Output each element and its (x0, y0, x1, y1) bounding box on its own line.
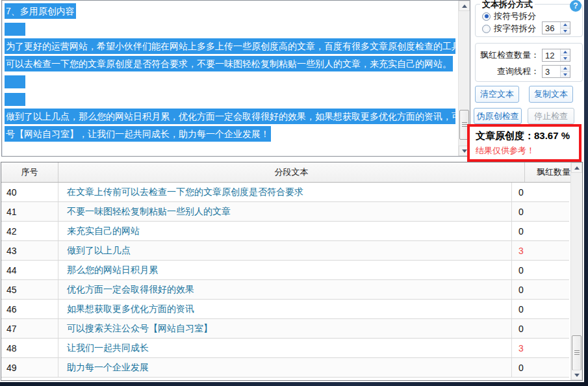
selected-empty-line (5, 23, 25, 36)
desktop-edge-bottom (0, 382, 588, 386)
red-count-value: 0 (512, 261, 569, 279)
red-check-count-value[interactable]: 12 (543, 49, 560, 61)
selected-text-line: 做到了以上几点，那么您的网站日积月累，优化方面一定会取得很好的效果，如果想获取更… (5, 109, 455, 124)
scroll-up-arrow-icon[interactable] (459, 1, 470, 11)
red-check-count-row: 飘红检查数量： 12 (479, 49, 580, 62)
segment-text-link[interactable]: 那么您的网站日积月累 (58, 261, 512, 279)
red-count-value: 0 (512, 358, 569, 377)
selected-empty-line (5, 93, 25, 106)
segment-text-link[interactable]: 做到了以上几点 (58, 241, 512, 260)
spinner-down-icon[interactable] (561, 72, 570, 78)
query-thread-spinner[interactable]: 3 (542, 65, 570, 78)
table-row: 45优化方面一定会取得很好的效果0 (1, 280, 569, 300)
selected-text-line: 7、多用原创内容 (5, 3, 76, 19)
selected-empty-line (5, 75, 25, 88)
selected-text-line: 为了更好的运营网站，希望小伙伴们能在网站上多多上传一些原创度高的文章，百度有很多… (5, 38, 455, 54)
spinner-down-icon[interactable] (561, 29, 570, 34)
header-serial: 序号 (1, 162, 58, 182)
row-serial: 44 (1, 261, 58, 279)
header-segment: 分段文本 (58, 162, 525, 182)
scroll-down-arrow-icon[interactable] (571, 370, 582, 380)
table-row: 41不要一味图轻松复制粘贴一些别人的文章0 (1, 202, 569, 222)
query-thread-label: 查询线程： (479, 66, 539, 77)
table-row: 44那么您的网站日积月累0 (1, 261, 569, 280)
row-serial: 40 (1, 183, 58, 201)
article-text-editor[interactable]: 7、多用原创内容为了更好的运营网站，希望小伙伴们能在网站上多多上传一些原创度高的… (1, 0, 470, 157)
red-count-value: 0 (512, 319, 569, 338)
red-count-value: 0 (512, 222, 569, 240)
editor-selected-text: 7、多用原创内容为了更好的运营网站，希望小伙伴们能在网站上多多上传一些原创度高的… (5, 3, 455, 143)
spinner-buttons[interactable] (560, 22, 570, 34)
split-method-group: 文本拆分方式 按符号拆分 按字符拆分 36 (475, 4, 583, 37)
row-serial: 41 (1, 202, 58, 221)
segment-text-link[interactable]: 不要一味图轻松复制粘贴一些别人的文章 (58, 202, 512, 221)
stop-check-button: 停止检查 (528, 108, 574, 124)
radio-split-by-symbol[interactable]: 按符号拆分 (482, 10, 536, 22)
spinner-buttons[interactable] (560, 49, 570, 61)
spinner-up-icon[interactable] (561, 22, 570, 29)
table-row: 49助力每一个企业发展0 (1, 358, 569, 378)
radio-split-by-char[interactable]: 按字符拆分 (482, 23, 536, 34)
spinner-up-icon[interactable] (561, 49, 570, 56)
table-row: 43做到了以上几点3 (1, 241, 569, 261)
row-serial: 43 (1, 241, 58, 260)
segment-text-link[interactable]: 如果想获取更多优化方面的资讯 (58, 300, 512, 318)
segment-text-link[interactable]: 可以搜索关注公众号【网站自习室】 (58, 319, 512, 338)
table-vertical-scrollbar[interactable] (570, 162, 582, 380)
red-count-value: 3 (512, 241, 569, 260)
red-count-value: 0 (512, 183, 569, 201)
radio-split-by-char-label: 按字符拆分 (494, 23, 536, 34)
table-row: 47可以搜索关注公众号【网站自习室】0 (1, 319, 569, 339)
table-row: 40在文章上传前可以去检查一下您的文章原创度是否符合要求0 (1, 183, 569, 202)
help-icon[interactable]: ? (570, 0, 582, 12)
desktop-edge-right (584, 0, 588, 386)
check-settings-group: 飘红检查数量： 12 查询线程： 3 (475, 43, 583, 82)
char-count-value[interactable]: 36 (543, 22, 560, 34)
result-disclaimer: 结果仅供参考！ (476, 145, 579, 157)
copy-text-button[interactable]: 复制文本 (529, 86, 573, 103)
spinner-up-icon[interactable] (561, 66, 570, 72)
app-window: 7、多用原创内容为了更好的运营网站，希望小伙伴们能在网站上多多上传一些原创度高的… (0, 0, 588, 386)
selected-text-line: 可以去检查一下您的文章原创度是否符合要求，不要一味图轻松复制粘贴一些别人的文章，… (5, 56, 453, 71)
originality-score: 文章原创度：83.67 % (476, 130, 579, 142)
radio-unselected-icon[interactable] (482, 25, 491, 33)
table-header: 序号 分段文本 飘红数量 (1, 162, 582, 183)
row-serial: 48 (1, 339, 58, 357)
segment-text-link[interactable]: 来充实自己的网站 (58, 222, 512, 240)
row-serial: 47 (1, 319, 58, 338)
selected-text-line: 号【网站自习室】，让我们一起共同成长，助力每一个企业发展！ (5, 126, 271, 142)
table-scrollbar-thumb[interactable] (572, 335, 582, 370)
originality-result-box: 文章原创度：83.67 % 结果仅供参考！ (467, 124, 582, 162)
row-serial: 46 (1, 300, 58, 318)
table-row: 48让我们一起共同成长3 (1, 339, 569, 358)
char-count-spinner[interactable]: 36 (542, 21, 570, 34)
table-row: 46如果想获取更多优化方面的资讯0 (1, 300, 569, 319)
spinner-buttons[interactable] (560, 66, 570, 77)
split-method-group-title: 文本拆分方式 (480, 0, 535, 10)
radio-selected-icon[interactable] (482, 12, 491, 21)
segment-text-link[interactable]: 优化方面一定会取得很好的效果 (58, 280, 512, 299)
segment-text-link[interactable]: 助力每一个企业发展 (58, 358, 512, 377)
spinner-down-icon[interactable] (561, 56, 570, 62)
pseudo-check-button[interactable]: 伪原创检查 (474, 108, 522, 124)
radio-split-by-symbol-label: 按符号拆分 (494, 10, 536, 22)
red-count-value: 0 (512, 202, 569, 221)
segments-table: 序号 分段文本 飘红数量 40在文章上传前可以去检查一下您的文章原创度是否符合要… (1, 162, 583, 381)
query-thread-row: 查询线程： 3 (479, 65, 580, 78)
table-body: 40在文章上传前可以去检查一下您的文章原创度是否符合要求041不要一味图轻松复制… (1, 183, 569, 380)
clear-text-button[interactable]: 清空文本 (475, 86, 519, 103)
red-count-value: 0 (512, 280, 569, 299)
red-check-count-spinner[interactable]: 12 (542, 49, 570, 62)
segment-text-link[interactable]: 在文章上传前可以去检查一下您的文章原创度是否符合要求 (58, 183, 512, 201)
red-count-value: 0 (512, 300, 569, 318)
scroll-up-arrow-icon[interactable] (571, 162, 582, 173)
table-row: 42来充实自己的网站0 (1, 222, 569, 241)
row-serial: 42 (1, 222, 58, 240)
query-thread-value[interactable]: 3 (543, 66, 560, 77)
segment-text-link[interactable]: 让我们一起共同成长 (58, 339, 512, 357)
row-serial: 49 (1, 358, 58, 377)
red-count-value: 3 (512, 339, 569, 357)
row-serial: 45 (1, 280, 58, 299)
red-check-count-label: 飘红检查数量： (479, 49, 539, 61)
